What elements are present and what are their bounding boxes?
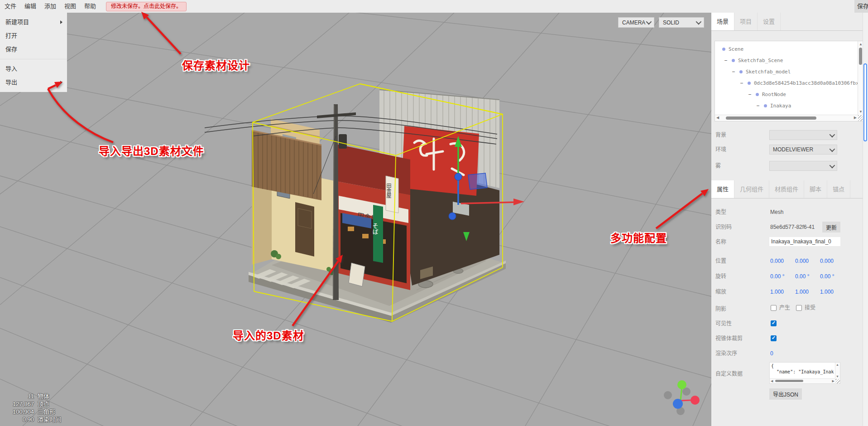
uuid-value: 85e6d577-82f6-41 [770,222,815,232]
camera-select[interactable]: CAMERA [618,17,654,28]
outliner-horizontal-scrollbar[interactable]: ◀ ▶ [715,115,858,121]
scroll-down-icon[interactable]: ▼ [859,110,863,114]
scale-z-field[interactable]: 1.000 [820,287,834,297]
submenu-caret-icon [60,81,62,84]
background-select[interactable] [769,130,837,140]
position-x-field[interactable]: 0.000 [770,256,784,266]
file-menu-import[interactable]: 导入 [0,62,67,76]
environment-select[interactable]: MODELVIEWER [769,145,837,155]
menu-view[interactable]: 视图 [61,0,80,13]
tab-material[interactable]: 材质组件 [769,180,804,198]
scroll-right-icon[interactable]: ▶ [854,116,857,120]
menu-add[interactable]: 添加 [41,0,60,13]
visible-checkbox[interactable] [771,320,777,326]
resize-handle[interactable] [835,379,840,383]
uuid-label: 识别码 [715,222,732,232]
scale-y-field[interactable]: 1.000 [795,287,809,297]
panel-scrollbar[interactable] [863,13,868,426]
shading-select-value: SOLID [663,19,679,26]
camera-select-value: CAMERA [622,19,645,26]
file-menu-save[interactable]: 保存 [0,43,67,56]
menu-help[interactable]: 帮助 [81,0,100,13]
tab-scene[interactable]: 场景 [711,13,734,30]
shading-select[interactable]: SOLID [659,17,704,28]
tab-properties[interactable]: 属性 [711,180,734,198]
menu-divider [0,59,67,59]
scrollbar-thumb[interactable] [726,116,816,120]
tab-geometry[interactable]: 几何组件 [734,180,769,198]
frustum-cull-label: 视锥体裁剪 [715,334,743,344]
chevron-down-icon [830,162,835,168]
rotation-z-field[interactable]: 0.00 ° [820,271,834,281]
tree-item-sketchfab-scene[interactable]: − Sketchfab_Scene [715,55,858,66]
menu-file[interactable]: 文件 [1,0,20,13]
scale-label: 缩放 [715,287,726,297]
position-z-field[interactable]: 0.000 [820,256,834,266]
export-json-button[interactable]: 导出JSON [769,388,802,400]
position-y-field[interactable]: 0.000 [795,256,809,266]
menu-edit[interactable]: 编辑 [21,0,40,13]
file-menu-open[interactable]: 打开 [0,29,67,43]
scene-outliner[interactable]: Scene − Sketchfab_Scene − Sketchfab_mode… [715,41,864,121]
scroll-left-icon[interactable]: ◀ [716,116,719,120]
userdata-textarea[interactable]: { "name": "Inakaya_Inak ▲ ▼ ◀ ▶ [769,362,840,384]
banner-text: そば [372,223,379,235]
tree-item-fbx-node[interactable]: − 0dc3d8e584254b13acc38d0a08a10306fbx [715,77,858,89]
userdata-horizontal-scrollbar[interactable]: ◀ ▶ [770,378,835,383]
userdata-label: 自定义数据 [715,369,743,379]
tab-settings[interactable]: 设置 [758,13,781,30]
annotation-save-design: 保存素材设计 [182,57,250,73]
collapse-icon[interactable]: − [739,80,744,86]
rotation-y-field[interactable]: 0.00 ° [795,271,810,281]
tab-script[interactable]: 脚本 [804,180,827,198]
file-menu-new-project[interactable]: 新建项目 [0,15,67,29]
scale-x-field[interactable]: 1.000 [770,287,784,297]
scroll-up-icon[interactable]: ▲ [859,43,863,46]
object-dot-icon [722,48,725,51]
tree-item-scene[interactable]: Scene [715,44,858,55]
scroll-right-icon[interactable]: ▶ [832,379,834,383]
fog-select[interactable] [769,161,837,171]
tab-project[interactable]: 项目 [734,13,758,30]
axis-helper[interactable] [664,380,700,415]
scrollbar-thumb[interactable] [775,380,803,382]
object-dot-icon [756,93,759,96]
collapse-icon[interactable]: − [756,103,760,109]
scroll-down-icon[interactable]: ▼ [836,375,839,378]
scrollbar-thumb[interactable] [859,48,862,65]
shadow-receive-checkbox[interactable] [796,305,802,311]
unsaved-changes-badge[interactable]: 修改未保存。点击此处保存。 [106,2,187,11]
rotation-label: 旋转 [715,271,726,281]
stat-vertices: 127,867顶点 [11,400,61,408]
frustum-cull-checkbox[interactable] [771,335,777,341]
collapse-icon[interactable]: − [731,69,736,75]
menubar: 文件 编辑 添加 视图 帮助 修改未保存。点击此处保存。 [0,0,868,13]
rotation-x-field[interactable]: 0.00 ° [770,271,785,281]
userdata-vertical-scrollbar[interactable]: ▲ ▼ [835,363,840,379]
annotation-import-export: 导入导出3D素材文件 [99,142,204,158]
shadow-cast-label: 产生 [779,304,790,312]
scroll-left-icon[interactable]: ◀ [771,379,773,383]
tab-anchor[interactable]: 锚点 [827,180,850,198]
background-label: 背景 [715,130,726,140]
tree-item-sketchfab-model[interactable]: − Sketchfab_model [715,66,858,77]
render-order-field[interactable]: 0 [770,349,773,358]
panel-scrollbar-thumb[interactable] [863,63,867,141]
shadow-label: 阴影 [715,304,726,314]
scroll-up-icon[interactable]: ▲ [836,363,839,367]
viewport-3d[interactable]: 田舎屋 田舎屋 そば [0,13,711,426]
collapse-icon[interactable]: − [748,92,752,97]
chevron-down-icon [830,131,835,137]
stat-objects: 11物体 [11,392,61,400]
save-button-top[interactable]: 保存 [854,0,868,13]
uuid-update-button[interactable]: 更新 [822,222,840,232]
file-menu-export[interactable]: 导出 [0,76,67,89]
tree-item-rootnode[interactable]: − RootNode [715,89,858,100]
file-menu-dropdown: 新建项目 打开 保存 导入 导出 [0,13,67,92]
shadow-cast-checkbox[interactable] [771,305,777,311]
tree-item-inakaya[interactable]: − Inakaya [715,100,858,111]
collapse-icon[interactable]: − [724,58,728,63]
name-input[interactable] [769,237,840,246]
viewport-scene: 田舎屋 田舎屋 そば [0,13,711,426]
annotation-imported-model: 导入的3D素材 [233,327,304,343]
